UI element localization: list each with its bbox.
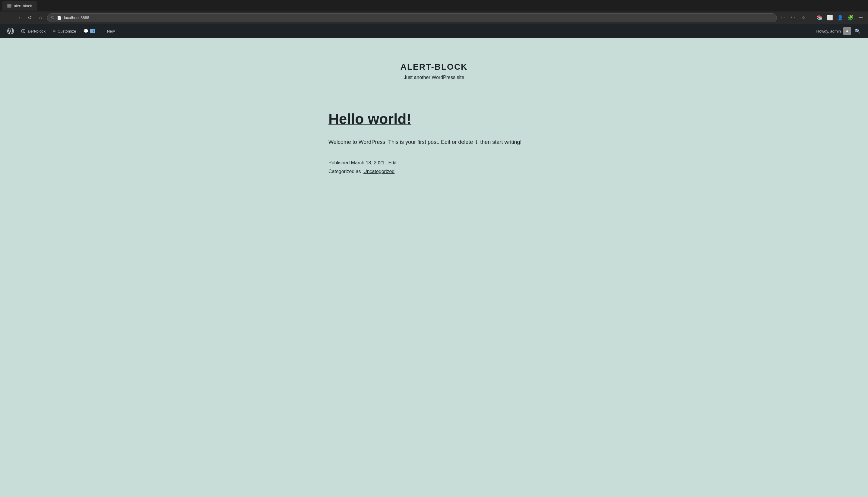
post-published-line: Published March 18, 2021 Edit <box>328 159 540 167</box>
wp-logo-item[interactable] <box>4 24 17 38</box>
url-icon: 📄 <box>57 16 61 20</box>
new-content-item[interactable]: + New <box>99 24 118 38</box>
published-label: Published <box>328 160 350 165</box>
profile-icon[interactable]: 👤 <box>837 14 844 22</box>
new-label: New <box>107 29 115 33</box>
post-meta: Published March 18, 2021 Edit Categorize… <box>328 159 540 176</box>
address-bar[interactable]: 🛡 📄 localhost:8888 <box>47 13 777 22</box>
category-link[interactable]: Uncategorized <box>364 169 395 174</box>
reload-button[interactable]: ↺ <box>25 14 34 22</box>
post-body: Welcome to WordPress. This is your first… <box>328 138 540 147</box>
wp-logo-icon <box>7 28 14 34</box>
post-content: Welcome to WordPress. This is your first… <box>328 138 540 147</box>
sidebar-icon[interactable]: ☰ <box>857 14 864 22</box>
post-category-line: Categorized as Uncategorized <box>328 167 540 176</box>
browser-chrome: W alert-block ← → ↺ ⌂ 🛡 📄 localhost:8888… <box>0 0 868 24</box>
customize-icon: ✏ <box>53 29 56 33</box>
edit-link[interactable]: Edit <box>388 160 397 165</box>
forward-button[interactable]: → <box>14 14 23 22</box>
customize-label: Customize <box>58 29 76 33</box>
browser-toolbar: ← → ↺ ⌂ 🛡 📄 localhost:8888 ··· 🛡 ☆ 📚 ⬜ 👤… <box>0 12 868 24</box>
comments-item[interactable]: 💬 0 <box>80 24 99 38</box>
admin-avatar[interactable]: A <box>843 27 851 35</box>
admin-bar-right: Howdy, admin A 🔍 <box>814 27 864 35</box>
tab-favicon: W <box>7 4 12 8</box>
site-header: ALERT-BLOCK Just another WordPress site <box>395 38 474 98</box>
blog-post: Hello world! Welcome to WordPress. This … <box>328 110 540 176</box>
comments-count: 0 <box>90 29 95 33</box>
post-title: Hello world! <box>328 110 540 128</box>
wp-admin-bar: alert-block ✏ Customize 💬 0 + New Howdy,… <box>0 24 868 38</box>
library-icon[interactable]: 📚 <box>816 14 823 22</box>
site-title: ALERT-BLOCK <box>400 62 468 72</box>
home-button[interactable]: ⌂ <box>36 14 45 22</box>
site-name-label: alert-block <box>27 29 45 33</box>
howdy-text: Howdy, admin <box>814 29 843 33</box>
published-date: March 18, 2021 <box>351 160 385 165</box>
categorized-label: Categorized as <box>328 169 361 174</box>
comment-icon: 💬 <box>83 29 88 33</box>
url-text: localhost:8888 <box>64 15 89 20</box>
extensions-icon[interactable]: 🧩 <box>847 14 854 22</box>
plus-icon: + <box>102 28 105 34</box>
bookmark-icon[interactable]: ☆ <box>800 14 807 22</box>
security-shield-icon: 🛡 <box>51 16 55 20</box>
post-title-link[interactable]: Hello world! <box>328 111 411 127</box>
toolbar-right: ··· 🛡 ☆ 📚 ⬜ 👤 🧩 ☰ <box>779 14 864 22</box>
site-content: ALERT-BLOCK Just another WordPress site … <box>0 38 868 497</box>
sync-icon[interactable]: ⬜ <box>826 14 834 22</box>
back-button[interactable]: ← <box>4 14 12 22</box>
site-main: Hello world! Welcome to WordPress. This … <box>316 98 552 200</box>
more-button[interactable]: ··· <box>779 14 786 22</box>
search-icon[interactable]: 🔍 <box>851 28 864 34</box>
tab-title: alert-block <box>14 4 32 8</box>
site-icon <box>21 29 25 33</box>
browser-tab-bar: W alert-block <box>0 0 868 12</box>
site-name-item[interactable]: alert-block <box>17 24 49 38</box>
pocket-icon[interactable]: 🛡 <box>789 14 797 22</box>
site-tagline: Just another WordPress site <box>400 75 468 80</box>
browser-tab[interactable]: W alert-block <box>2 1 37 11</box>
customize-item[interactable]: ✏ Customize <box>49 24 80 38</box>
